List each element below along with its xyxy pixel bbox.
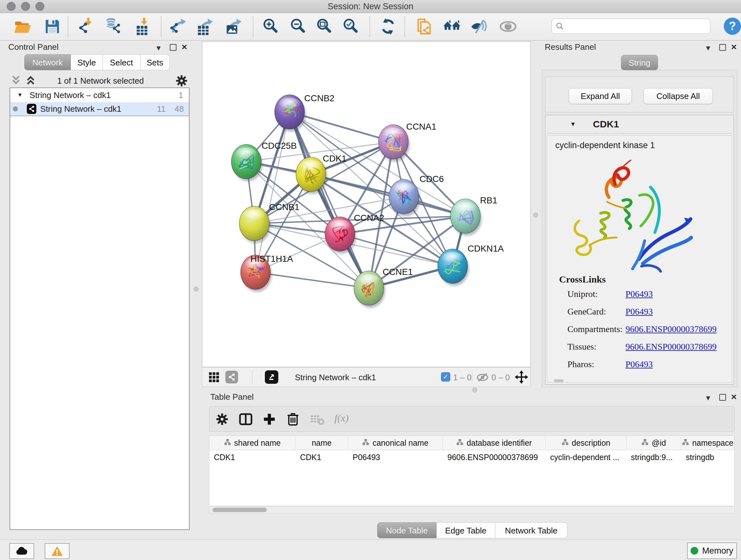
tab-network-table[interactable]: Network Table [495, 522, 567, 538]
selected-nodes-checkbox[interactable]: ✓ [441, 372, 450, 381]
table-tabbar: Node Table Edge Table Network Table [377, 522, 567, 538]
crosslink-link[interactable]: P06493 [625, 289, 653, 299]
export-image-icon[interactable] [224, 17, 243, 36]
network-view-share-icon[interactable] [225, 371, 238, 383]
new-session-from-network-icon[interactable] [415, 17, 433, 36]
cloud-status-button[interactable] [9, 543, 34, 559]
network-node[interactable]: RB1 [450, 195, 497, 236]
tab-sets[interactable]: Sets [140, 54, 170, 70]
grid-view-icon[interactable] [209, 372, 219, 384]
crosslink-link[interactable]: 9606.ENSP00000378699 [625, 341, 717, 352]
network-collection-row[interactable]: ▼ String Network – cdk1 1 [10, 88, 189, 102]
table-cell[interactable]: CDK1 [209, 450, 295, 464]
tab-select[interactable]: Select [103, 54, 140, 70]
export-table-icon[interactable] [195, 17, 214, 36]
zoom-in-icon[interactable] [261, 17, 280, 36]
detach-view-icon[interactable] [265, 370, 278, 384]
save-session-icon[interactable] [43, 17, 62, 36]
refresh-view-icon[interactable] [379, 17, 397, 36]
zoom-out-icon[interactable] [289, 17, 307, 36]
control-panel-float-icon[interactable] [170, 44, 177, 51]
bottom-splitter-handle[interactable] [472, 388, 477, 392]
column-header-description[interactable]: description [546, 436, 626, 450]
right-splitter-handle[interactable] [533, 212, 538, 217]
help-button[interactable]: ? [724, 17, 741, 35]
left-splitter-handle[interactable] [194, 287, 199, 292]
network-edge-count: 48 [175, 104, 184, 114]
control-panel-close-icon[interactable]: × [182, 43, 187, 51]
open-session-icon[interactable] [13, 17, 31, 36]
table-panel-close-icon[interactable]: × [731, 393, 737, 401]
expand-all-networks-icon[interactable] [25, 75, 36, 87]
table-horizontal-scrollbar[interactable] [209, 506, 735, 513]
table-gear-icon[interactable] [215, 412, 229, 428]
table-cell[interactable]: P06493 [348, 450, 443, 464]
network-row-selected[interactable]: String Network – cdk1 11 48 [10, 102, 189, 116]
network-options-gear-icon[interactable] [175, 74, 188, 89]
results-panel-float-icon[interactable] [719, 44, 726, 51]
collapse-all-networks-icon[interactable] [11, 75, 21, 87]
network-node-label: CCNA2 [354, 213, 384, 223]
column-header-database-identifier[interactable]: database identifier [443, 436, 546, 450]
gene-section-arrow-icon[interactable]: ▼ [570, 121, 576, 128]
expand-all-button[interactable]: Expand All [569, 88, 632, 104]
network-node[interactable]: CDKN1A [438, 244, 504, 286]
toolbar-divider [252, 370, 253, 384]
tree-expand-arrow-icon[interactable]: ▼ [17, 92, 23, 98]
add-column-icon[interactable] [262, 412, 276, 428]
tab-network[interactable]: Network [24, 54, 71, 70]
scrollbar-thumb[interactable] [554, 379, 563, 382]
search-field[interactable] [551, 18, 711, 34]
results-panel-close-icon[interactable]: × [731, 43, 737, 51]
memory-button[interactable]: Memory [687, 543, 737, 559]
table-cell[interactable]: stringdb [681, 450, 734, 464]
search-input[interactable] [564, 21, 699, 31]
crosslink-link[interactable]: P06493 [625, 359, 653, 369]
crosslink-link[interactable]: 9606.ENSP00000378699 [625, 324, 717, 334]
scrollbar-thumb[interactable] [212, 508, 267, 512]
import-table-icon[interactable] [133, 17, 152, 36]
export-network-icon[interactable] [169, 17, 187, 36]
network-edge[interactable] [256, 272, 369, 288]
home-icon[interactable] [443, 17, 461, 36]
hide-panel-eye-icon[interactable] [470, 17, 488, 36]
window-title: Session: New Session [0, 2, 741, 11]
table-cell[interactable]: cyclin-dependent ... [546, 450, 626, 464]
tab-edge-table[interactable]: Edge Table [436, 522, 495, 538]
network-edge[interactable] [289, 112, 369, 288]
column-header-canonical-name[interactable]: canonical name [348, 436, 443, 450]
delete-column-trash-icon[interactable] [286, 412, 300, 428]
table-panel-float-icon[interactable] [719, 394, 726, 401]
table-panel-menu-arrow-icon[interactable]: ▼ [704, 395, 712, 401]
column-header--id[interactable]: @id [626, 436, 681, 450]
network-node[interactable]: CDC6 [389, 174, 444, 216]
zoom-fit-icon[interactable] [315, 17, 333, 36]
tab-node-table[interactable]: Node Table [377, 522, 436, 538]
network-node[interactable]: CCNE1 [354, 267, 413, 308]
column-header-name[interactable]: name [295, 436, 348, 450]
network-canvas[interactable]: CCNB2 CCNA1 CDC25B CDK1 CDC6 RB1 CCNB1 [202, 42, 531, 367]
import-network-database-icon[interactable] [105, 17, 123, 36]
column-header-namespace[interactable]: namespace [681, 436, 734, 450]
split-columns-icon[interactable] [239, 412, 253, 428]
tab-string[interactable]: String [621, 55, 658, 70]
collapse-all-button[interactable]: Collapse All [643, 88, 713, 104]
birds-eye-view-icon[interactable] [515, 370, 529, 385]
table-cell[interactable]: stringdb:9... [626, 450, 681, 464]
control-panel-title: Control Panel [8, 42, 59, 52]
column-header-shared-name[interactable]: shared name [209, 436, 295, 450]
show-panel-eye-icon[interactable] [499, 17, 517, 36]
network-node-label: CDKN1A [468, 244, 504, 253]
network-edge[interactable] [256, 112, 290, 272]
tab-style[interactable]: Style [71, 54, 103, 70]
table-row[interactable]: CDK1CDK1P064939606.ENSP00000378699cyclin… [209, 450, 734, 464]
warning-status-button[interactable] [45, 543, 70, 559]
zoom-selected-icon[interactable] [341, 17, 360, 36]
crosslink-link[interactable]: P06493 [625, 307, 653, 316]
table-cell[interactable]: CDK1 [295, 450, 348, 464]
table-cell[interactable]: 9606.ENSP00000378699 [443, 450, 546, 464]
import-network-file-icon[interactable] [77, 17, 96, 36]
control-panel-menu-arrow-icon[interactable]: ▼ [155, 45, 162, 52]
network-node[interactable]: HIST1H1A [241, 254, 293, 292]
results-panel-menu-arrow-icon[interactable]: ▼ [704, 45, 712, 52]
